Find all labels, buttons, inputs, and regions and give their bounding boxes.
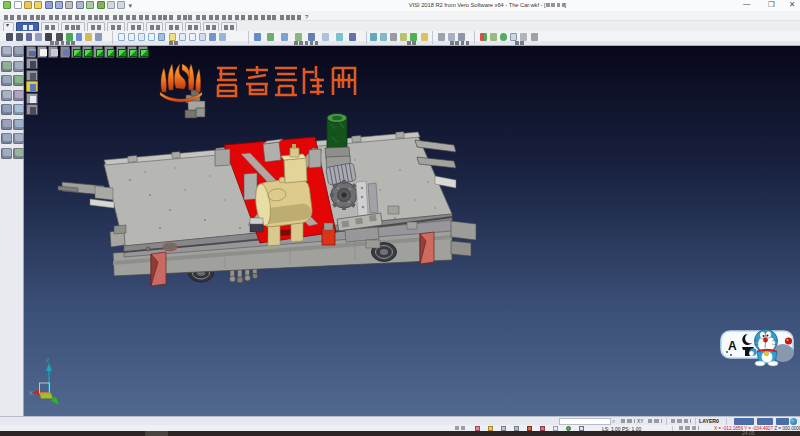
svg-text:X: X: [29, 390, 33, 396]
svg-text:Z: Z: [46, 357, 50, 363]
svg-text:A: A: [728, 339, 737, 353]
